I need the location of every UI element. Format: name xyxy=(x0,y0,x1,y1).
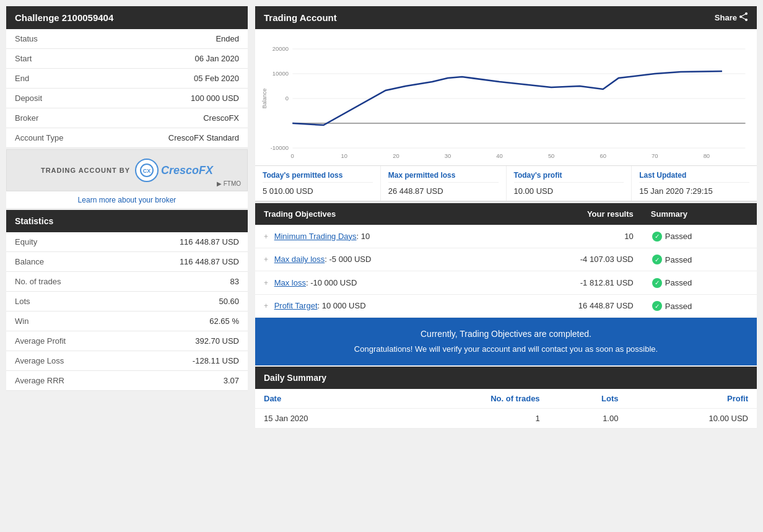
stats-field-label: Balance xyxy=(6,252,120,272)
expand-icon[interactable]: + xyxy=(264,279,268,287)
objectives-row: + Max daily loss: -5 000 USD -4 107.03 U… xyxy=(255,248,757,271)
stats-field-row: Balance116 448.87 USD xyxy=(6,252,248,272)
stats-field-row: Average RRR3.07 xyxy=(6,371,248,391)
objectives-name-label[interactable]: Max loss xyxy=(274,278,306,287)
passed-badge: ✓ Passed xyxy=(652,301,692,311)
share-label: Share xyxy=(715,13,737,22)
objectives-result-cell: -1 812.81 USD xyxy=(500,271,642,295)
passed-label: Passed xyxy=(665,255,692,264)
challenge-info-table: StatusEndedStart06 Jan 2020End05 Feb 202… xyxy=(6,29,248,148)
challenge-field-label: Account Type xyxy=(6,128,110,148)
challenge-field-label: Broker xyxy=(6,108,110,128)
challenge-field-label: Start xyxy=(6,49,110,69)
objectives-name-label[interactable]: Max daily loss xyxy=(274,255,325,264)
objectives-name-cell: + Profit Target: 10 000 USD xyxy=(255,294,500,318)
daily-table-header-row: DateNo. of tradesLotsProfit xyxy=(255,389,757,409)
objectives-name-cell: + Minimum Trading Days: 10 xyxy=(255,225,500,248)
metric-label: Today's profit xyxy=(514,171,624,183)
challenge-field-row: Start06 Jan 2020 xyxy=(6,49,248,69)
challenge-field-label: Status xyxy=(6,29,110,49)
stats-field-value: 3.07 xyxy=(120,371,248,391)
svg-text:Balance: Balance xyxy=(261,89,268,108)
stats-field-row: Equity116 448.87 USD xyxy=(6,232,248,252)
objectives-col-name: Trading Objectives xyxy=(255,203,500,225)
expand-icon[interactable]: + xyxy=(264,232,268,241)
daily-column-header: Date xyxy=(255,389,396,409)
svg-text:10: 10 xyxy=(341,153,347,159)
congrats-line2: Congratulations! We will verify your acc… xyxy=(268,342,744,356)
objectives-row: + Profit Target: 10 000 USD 16 448.87 US… xyxy=(255,294,757,318)
stats-field-label: Lots xyxy=(6,292,120,312)
svg-text:20000: 20000 xyxy=(272,46,289,52)
congrats-line1: Currently, Trading Objectives are comple… xyxy=(268,326,744,342)
congrats-banner: Currently, Trading Objectives are comple… xyxy=(255,318,757,365)
objectives-summary-cell: ✓ Passed xyxy=(642,248,757,271)
challenge-field-value: 100 000 USD xyxy=(110,89,248,108)
stats-field-label: Average RRR xyxy=(6,371,120,391)
metric-label: Today's permitted loss xyxy=(263,171,373,183)
objectives-result-cell: -4 107.03 USD xyxy=(500,248,642,271)
daily-table-row: 15 Jan 2020 1 1.00 10.00 USD xyxy=(255,408,757,428)
metric-cell: Last Updated15 Jan 2020 7:29:15 xyxy=(632,166,757,201)
objectives-name-label[interactable]: Profit Target xyxy=(274,301,318,310)
stats-field-value: 116 448.87 USD xyxy=(120,232,248,252)
trading-account-header: Trading Account Share xyxy=(255,6,757,29)
daily-summary-header: Daily Summary xyxy=(255,367,757,389)
share-icon xyxy=(739,12,748,23)
stats-field-label: No. of trades xyxy=(6,272,120,292)
challenge-field-row: StatusEnded xyxy=(6,29,248,49)
crescofx-name-label: CrescoFX xyxy=(161,164,213,177)
share-button[interactable]: Share xyxy=(715,12,748,23)
passed-label: Passed xyxy=(665,302,692,311)
objectives-row: + Max loss: -10 000 USD -1 812.81 USD ✓ … xyxy=(255,271,757,295)
svg-text:10000: 10000 xyxy=(272,71,289,77)
challenge-field-row: BrokerCrescoFX xyxy=(6,108,248,128)
svg-text:0: 0 xyxy=(291,153,294,159)
statistics-header: Statistics xyxy=(6,210,248,232)
balance-chart: 20000 10000 0 -10000 Balance 0 10 20 30 … xyxy=(260,37,752,160)
daily-column-header: Profit xyxy=(627,389,757,409)
svg-text:70: 70 xyxy=(652,153,658,159)
chart-container: 20000 10000 0 -10000 Balance 0 10 20 30 … xyxy=(255,29,757,166)
objectives-summary-cell: ✓ Passed xyxy=(642,271,757,295)
passed-badge: ✓ Passed xyxy=(652,278,692,288)
svg-text:CX: CX xyxy=(143,168,151,174)
metric-value: 26 448.87 USD xyxy=(388,186,499,196)
passed-badge: ✓ Passed xyxy=(652,232,692,242)
svg-text:30: 30 xyxy=(445,153,451,159)
passed-icon: ✓ xyxy=(652,232,662,242)
challenge-field-row: End05 Feb 2020 xyxy=(6,69,248,89)
objectives-name-label[interactable]: Minimum Trading Days xyxy=(274,232,357,241)
objectives-col-results: Your results xyxy=(500,203,642,225)
daily-date: 15 Jan 2020 xyxy=(255,408,396,428)
stats-field-value: 83 xyxy=(120,272,248,292)
crescofx-logo: CX CrescoFX xyxy=(135,159,213,182)
challenge-header: Challenge 2100059404 xyxy=(6,6,248,29)
challenge-field-value: 06 Jan 2020 xyxy=(110,49,248,69)
daily-column-header: No. of trades xyxy=(396,389,549,409)
metric-value: 10.00 USD xyxy=(514,186,624,196)
objectives-name-cell: + Max daily loss: -5 000 USD xyxy=(255,248,500,271)
svg-text:0: 0 xyxy=(286,95,289,102)
metric-value: 15 Jan 2020 7:29:15 xyxy=(639,186,749,196)
broker-banner: TRADING ACCOUNT BY CX CrescoFX ▶ FTMO xyxy=(6,149,248,191)
objectives-name-cell: + Max loss: -10 000 USD xyxy=(255,271,500,295)
stats-field-value: 62.65 % xyxy=(120,312,248,331)
crescofx-circle-icon: CX xyxy=(135,159,159,182)
stats-field-label: Average Profit xyxy=(6,331,120,351)
expand-icon[interactable]: + xyxy=(264,302,268,310)
svg-text:80: 80 xyxy=(704,153,710,159)
stats-field-value: -128.11 USD xyxy=(120,351,248,371)
challenge-field-row: Account TypeCrescoFX Standard xyxy=(6,128,248,148)
learn-more-link[interactable]: Learn more about your broker xyxy=(78,196,177,204)
objectives-result-cell: 16 448.87 USD xyxy=(500,294,642,318)
metric-value: 5 010.00 USD xyxy=(263,186,373,196)
svg-text:60: 60 xyxy=(600,153,606,159)
challenge-title: Challenge 2100059404 xyxy=(15,12,113,23)
passed-badge: ✓ Passed xyxy=(652,255,692,264)
challenge-field-value: Ended xyxy=(110,29,248,49)
challenge-field-label: Deposit xyxy=(6,89,110,108)
stats-field-label: Equity xyxy=(6,232,120,252)
svg-line-6 xyxy=(741,17,746,20)
expand-icon[interactable]: + xyxy=(264,255,268,264)
